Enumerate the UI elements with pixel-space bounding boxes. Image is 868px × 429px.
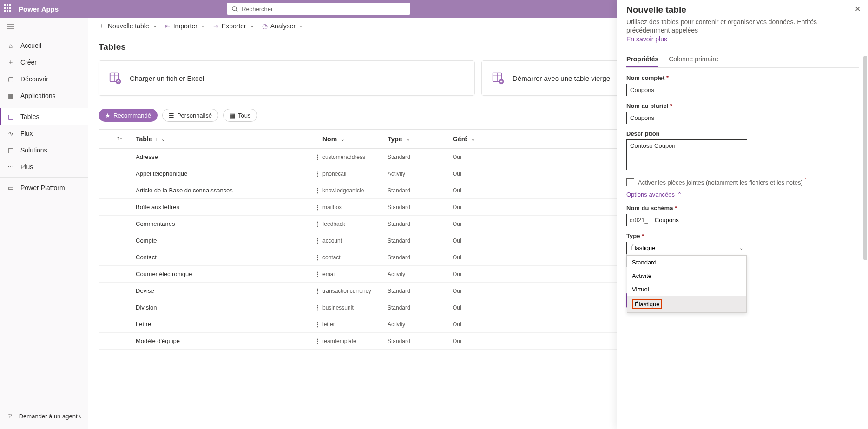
panel-close-button[interactable]: ✕ <box>855 5 861 13</box>
app-title: Power Apps <box>19 5 59 13</box>
row-gere-cell: Oui <box>453 154 480 160</box>
nav-more-label: Plus <box>20 163 33 171</box>
row-menu-button[interactable]: ⋮ <box>312 220 322 227</box>
nav-home[interactable]: ⌂Accueil <box>0 37 88 54</box>
row-menu-button[interactable]: ⋮ <box>312 304 322 311</box>
row-type-cell: Standard <box>388 238 453 244</box>
platform-icon: ▭ <box>7 184 15 192</box>
row-gere-cell: Oui <box>453 338 480 344</box>
row-menu-button[interactable]: ⋮ <box>312 271 322 277</box>
nav-power-platform[interactable]: ▭Power Platform <box>0 179 88 196</box>
row-type-cell: Activity <box>388 171 453 177</box>
grid-icon: ▦ <box>230 112 235 119</box>
row-table-cell: Contact <box>136 254 312 261</box>
chevron-down-icon: ⌄ <box>161 137 165 142</box>
svg-point-0 <box>232 7 237 11</box>
row-menu-button[interactable]: ⋮ <box>312 204 322 211</box>
card-upload-excel[interactable]: Charger un fichier Excel <box>99 60 475 96</box>
row-nom-cell: knowledgearticle <box>322 187 388 194</box>
chevron-down-icon: ⌄ <box>406 137 410 142</box>
svg-line-1 <box>236 10 238 12</box>
row-type-cell: Activity <box>388 271 453 277</box>
row-menu-button[interactable]: ⋮ <box>312 321 322 328</box>
panel-subtitle: Utilisez des tables pour contenir et org… <box>626 18 859 34</box>
col-header-table[interactable]: Table ↑ ⌄ <box>136 135 312 143</box>
cmd-new-table[interactable]: ＋Nouvelle table⌄ <box>99 22 157 30</box>
waffle-icon[interactable] <box>4 4 13 13</box>
col-header-type[interactable]: Type ⌄ <box>388 135 453 143</box>
row-type-cell: Standard <box>388 338 453 344</box>
nav-more[interactable]: ⋯Plus <box>0 158 88 175</box>
schema-name-input[interactable] <box>651 217 747 224</box>
type-option-elastic-label: Élastique <box>632 299 662 309</box>
col-header-gere[interactable]: Géré ⌄ <box>453 135 480 143</box>
type-option-elastic[interactable]: Élastique <box>627 296 746 312</box>
type-option-activity[interactable]: Activité <box>627 269 746 283</box>
chevron-down-icon: ⌄ <box>299 23 303 28</box>
row-menu-button[interactable]: ⋮ <box>312 337 322 344</box>
row-menu-button[interactable]: ⋮ <box>312 287 322 294</box>
cmd-analyze[interactable]: ◔Analyser⌄ <box>262 22 303 30</box>
row-table-cell: Boîte aux lettres <box>136 204 312 211</box>
pill-all[interactable]: ▦Tous <box>223 109 257 122</box>
col-header-gere-label: Géré <box>453 135 467 143</box>
nav-toggle[interactable] <box>0 18 88 37</box>
row-menu-button[interactable]: ⋮ <box>312 254 322 261</box>
nav-flows[interactable]: ∿Flux <box>0 125 88 142</box>
tab-primary-column[interactable]: Colonne primaire <box>669 52 718 67</box>
cmd-export[interactable]: ⇥Exporter⌄ <box>213 22 254 30</box>
plus-icon: ＋ <box>7 58 15 66</box>
blank-table-icon <box>491 71 505 85</box>
nav-create[interactable]: ＋Créer <box>0 54 88 71</box>
panel-scrollbar[interactable] <box>863 56 867 260</box>
type-option-standard[interactable]: Standard <box>627 256 746 269</box>
advanced-options-toggle[interactable]: Options avancées ⌃ <box>626 191 859 198</box>
row-gere-cell: Oui <box>453 254 480 261</box>
cmd-import[interactable]: ⇤Importer⌄ <box>165 22 205 30</box>
left-nav: ⌂Accueil ＋Créer ▢Découvrir ▦Applications… <box>0 18 88 429</box>
row-nom-cell: transactioncurrency <box>322 288 388 294</box>
row-type-cell: Standard <box>388 204 453 211</box>
learn-more-link[interactable]: En savoir plus <box>626 35 667 43</box>
row-table-cell: Division <box>136 304 312 311</box>
global-search[interactable]: Rechercher <box>227 3 410 15</box>
row-menu-button[interactable]: ⋮ <box>312 187 322 194</box>
pill-recommended[interactable]: ★Recommandé <box>99 109 158 122</box>
tab-properties[interactable]: Propriétés <box>626 52 658 67</box>
description-input[interactable]: Contoso Coupon <box>626 139 747 170</box>
export-icon: ⇥ <box>213 22 219 30</box>
chevron-down-icon: ⌄ <box>201 23 205 28</box>
type-option-virtual[interactable]: Virtuel <box>627 283 746 296</box>
pill-custom[interactable]: ☰Personnalisé <box>162 109 218 122</box>
sort-icon-header[interactable] <box>99 135 136 143</box>
row-nom-cell: customeraddress <box>322 154 388 160</box>
type-select[interactable]: Élastique ⌄ Standard Activité Virtuel Él… <box>626 242 747 254</box>
nav-discover[interactable]: ▢Découvrir <box>0 71 88 87</box>
panel-title: Nouvelle table <box>626 5 859 15</box>
nav-virtual-agent[interactable]: ?Demander à un agent virtuel <box>0 408 88 424</box>
field-display-name: Nom complet * <box>626 74 859 96</box>
nav-apps[interactable]: ▦Applications <box>0 87 88 104</box>
plural-name-label: Nom au pluriel * <box>626 102 859 109</box>
person-icon: ☰ <box>169 112 174 119</box>
row-type-cell: Standard <box>388 154 453 160</box>
col-header-nom[interactable]: Nom ⌄ <box>322 135 388 143</box>
field-attachments[interactable]: Activer les pièces jointes (notamment le… <box>626 178 859 186</box>
nav-discover-label: Découvrir <box>20 75 48 83</box>
attachments-checkbox[interactable] <box>626 178 634 186</box>
nav-separator <box>0 106 88 106</box>
nav-solutions[interactable]: ◫Solutions <box>0 142 88 158</box>
row-table-cell: Compte <box>136 237 312 244</box>
col-header-nom-label: Nom <box>322 135 337 143</box>
row-menu-button[interactable]: ⋮ <box>312 170 322 177</box>
nav-tables[interactable]: ▤Tables <box>0 108 88 125</box>
plural-name-input[interactable] <box>626 112 747 124</box>
row-menu-button[interactable]: ⋮ <box>312 237 322 244</box>
row-menu-button[interactable]: ⋮ <box>312 153 322 160</box>
display-name-input[interactable] <box>626 84 747 96</box>
attachments-label: Activer les pièces jointes (notamment le… <box>638 178 807 186</box>
solutions-icon: ◫ <box>7 146 15 154</box>
schema-name-label: Nom du schéma * <box>626 205 859 211</box>
row-type-cell: Standard <box>388 187 453 194</box>
schema-name-input-wrapper: cr021_ <box>626 214 747 226</box>
